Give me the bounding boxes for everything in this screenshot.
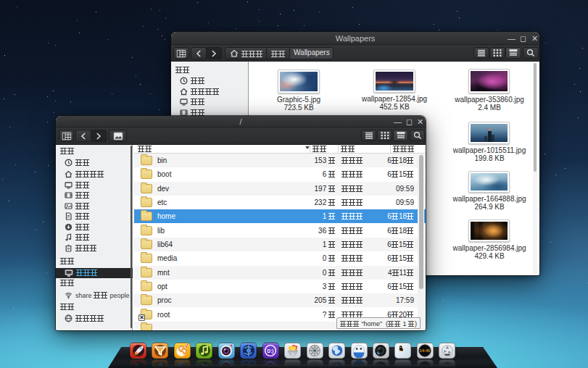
svg-text:14:45: 14:45 <box>420 348 430 353</box>
svg-text:D:): D:) <box>268 348 274 354</box>
